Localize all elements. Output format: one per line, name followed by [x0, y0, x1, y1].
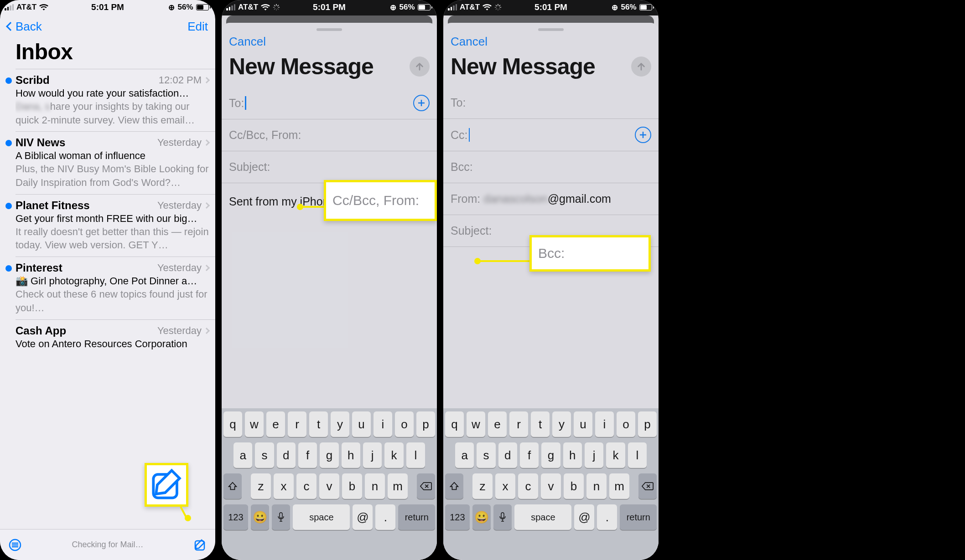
return-key[interactable]: return — [620, 504, 657, 530]
key-b[interactable]: b — [564, 473, 584, 499]
key-s[interactable]: s — [255, 442, 274, 468]
key-j[interactable]: j — [585, 442, 603, 468]
edit-button[interactable]: Edit — [187, 20, 208, 34]
key-v[interactable]: v — [541, 473, 561, 499]
key-q[interactable]: q — [223, 411, 242, 437]
numeric-key[interactable]: 123 — [223, 504, 248, 530]
battery-icon — [196, 4, 211, 10]
key-c[interactable]: c — [518, 473, 538, 499]
at-key[interactable]: @ — [353, 504, 373, 530]
key-y[interactable]: y — [552, 411, 571, 437]
key-r[interactable]: r — [288, 411, 306, 437]
filter-button[interactable] — [8, 538, 22, 552]
message-row[interactable]: Cash AppYesterday Vote on Antero Resourc… — [0, 320, 215, 354]
cancel-button[interactable]: Cancel — [443, 32, 659, 51]
backspace-key[interactable] — [638, 473, 657, 499]
add-contact-button[interactable] — [413, 95, 430, 111]
key-m[interactable]: m — [609, 473, 629, 499]
key-p[interactable]: p — [416, 411, 435, 437]
status-bar: AT&T 5:01 PM ⊕ 56% — [222, 0, 437, 13]
key-w[interactable]: w — [245, 411, 264, 437]
key-c[interactable]: c — [296, 473, 316, 499]
key-f[interactable]: f — [520, 442, 539, 468]
key-k[interactable]: k — [384, 442, 403, 468]
drag-handle[interactable] — [538, 28, 564, 31]
dictate-key[interactable] — [272, 504, 290, 530]
key-h[interactable]: h — [563, 442, 582, 468]
back-button[interactable]: Back — [7, 20, 42, 34]
unread-dot-icon — [5, 203, 12, 209]
key-d[interactable]: d — [498, 442, 517, 468]
key-a[interactable]: a — [455, 442, 474, 468]
key-l[interactable]: l — [628, 442, 647, 468]
cancel-button[interactable]: Cancel — [222, 32, 437, 51]
key-h[interactable]: h — [342, 442, 360, 468]
key-y[interactable]: y — [331, 411, 349, 437]
emoji-key[interactable]: 😀 — [251, 504, 269, 530]
key-n[interactable]: n — [365, 473, 385, 499]
key-v[interactable]: v — [319, 473, 339, 499]
key-m[interactable]: m — [388, 473, 408, 499]
key-z[interactable]: z — [472, 473, 493, 499]
key-e[interactable]: e — [488, 411, 507, 437]
key-k[interactable]: k — [606, 442, 625, 468]
dot-key[interactable]: . — [597, 504, 617, 530]
message-row[interactable]: Scribd12:02 PM How would you rate your s… — [0, 69, 215, 131]
key-a[interactable]: a — [233, 442, 252, 468]
key-g[interactable]: g — [320, 442, 338, 468]
svg-rect-31 — [501, 513, 504, 518]
to-field[interactable]: To: — [443, 87, 659, 119]
key-w[interactable]: w — [467, 411, 485, 437]
drag-handle[interactable] — [316, 28, 342, 31]
key-o[interactable]: o — [617, 411, 635, 437]
key-e[interactable]: e — [266, 411, 285, 437]
ccbcc-from-field[interactable]: Cc/Bcc, From: — [222, 119, 437, 151]
emoji-key[interactable]: 😀 — [472, 504, 491, 530]
add-contact-button[interactable] — [635, 127, 651, 143]
send-button[interactable] — [410, 57, 430, 77]
key-q[interactable]: q — [445, 411, 464, 437]
compose-panel-expanded: AT&T 5:01 PM ⊕ 56% Cancel New Message To… — [443, 0, 659, 560]
numeric-key[interactable]: 123 — [445, 504, 470, 530]
key-x[interactable]: x — [274, 473, 294, 499]
key-b[interactable]: b — [342, 473, 362, 499]
backspace-key[interactable] — [417, 473, 435, 499]
subject-field[interactable]: Subject: — [222, 151, 437, 183]
compose-button[interactable] — [193, 538, 207, 552]
shift-key[interactable] — [445, 473, 463, 499]
key-t[interactable]: t — [531, 411, 550, 437]
key-u[interactable]: u — [352, 411, 371, 437]
message-row[interactable]: Planet FitnessYesterday Get your first m… — [0, 195, 215, 257]
shift-key[interactable] — [223, 473, 242, 499]
key-d[interactable]: d — [277, 442, 296, 468]
key-z[interactable]: z — [251, 473, 271, 499]
key-s[interactable]: s — [477, 442, 495, 468]
key-t[interactable]: t — [309, 411, 328, 437]
clock: 5:01 PM — [0, 2, 215, 12]
dot-key[interactable]: . — [375, 504, 395, 530]
space-key[interactable]: space — [293, 504, 350, 530]
return-key[interactable]: return — [398, 504, 435, 530]
key-o[interactable]: o — [395, 411, 414, 437]
key-f[interactable]: f — [298, 442, 317, 468]
to-field[interactable]: To: — [222, 87, 437, 119]
key-i[interactable]: i — [595, 411, 614, 437]
space-key[interactable]: space — [514, 504, 571, 530]
at-key[interactable]: @ — [574, 504, 594, 530]
key-u[interactable]: u — [574, 411, 592, 437]
key-j[interactable]: j — [363, 442, 382, 468]
key-x[interactable]: x — [495, 473, 515, 499]
key-n[interactable]: n — [586, 473, 607, 499]
key-r[interactable]: r — [509, 411, 528, 437]
from-field[interactable]: From: danascolson@gmail.com — [443, 183, 659, 215]
cc-field[interactable]: Cc: — [443, 119, 659, 151]
bcc-field[interactable]: Bcc: — [443, 151, 659, 183]
key-p[interactable]: p — [638, 411, 657, 437]
message-row[interactable]: NIV NewsYesterday A Biblical woman of in… — [0, 132, 215, 194]
dictate-key[interactable] — [493, 504, 512, 530]
key-l[interactable]: l — [406, 442, 425, 468]
message-row[interactable]: PinterestYesterday 📸 Girl photography, O… — [0, 257, 215, 319]
key-g[interactable]: g — [541, 442, 560, 468]
key-i[interactable]: i — [374, 411, 392, 437]
send-button[interactable] — [631, 57, 651, 77]
